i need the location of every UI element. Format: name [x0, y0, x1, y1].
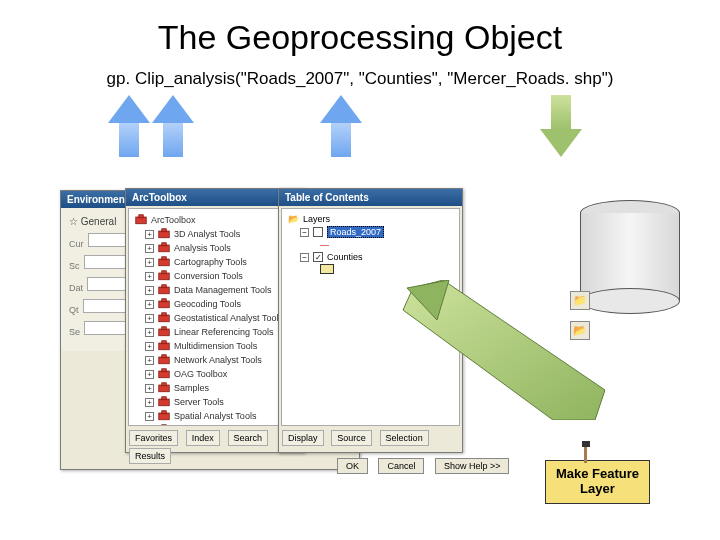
- plus-icon[interactable]: +: [145, 328, 154, 337]
- toolbox-item-14[interactable]: +Spatial Statistics Tools: [143, 423, 297, 426]
- toolbox-item-label: Spatial Statistics Tools: [174, 425, 263, 426]
- toolbox-item-13[interactable]: +Spatial Analyst Tools: [143, 409, 297, 423]
- layer1-checkbox[interactable]: ✓: [313, 252, 323, 262]
- toolbox-icon: [158, 242, 170, 254]
- toc-title: Table of Contents: [279, 189, 462, 206]
- tab-display[interactable]: Display: [282, 430, 324, 446]
- plus-icon[interactable]: +: [145, 398, 154, 407]
- toolbox-item-5[interactable]: +Geocoding Tools: [143, 297, 297, 311]
- toolbox-item-3[interactable]: +Conversion Tools: [143, 269, 297, 283]
- expand-minus-icon[interactable]: −: [300, 228, 309, 237]
- toolbox-icon: [158, 298, 170, 310]
- svg-rect-7: [162, 257, 167, 260]
- tab-index[interactable]: Index: [186, 430, 220, 446]
- plus-icon[interactable]: +: [145, 356, 154, 365]
- svg-rect-25: [162, 383, 167, 386]
- show-help-button[interactable]: Show Help >>: [435, 458, 510, 474]
- arrow-counties-up: [320, 95, 362, 157]
- toolbox-root[interactable]: ArcToolbox: [133, 213, 297, 227]
- plus-icon[interactable]: +: [145, 426, 154, 427]
- tab-source[interactable]: Source: [331, 430, 372, 446]
- toc-layers-root[interactable]: 📂 Layers: [286, 213, 455, 225]
- tab-selection[interactable]: Selection: [380, 430, 429, 446]
- svg-rect-3: [162, 229, 167, 232]
- toolbox-icon: [158, 256, 170, 268]
- toolbox-root-icon: [135, 214, 147, 226]
- toc-layers-label: Layers: [303, 214, 330, 224]
- toolbox-item-9[interactable]: +Network Analyst Tools: [143, 353, 297, 367]
- mfl-line2: Layer: [580, 481, 615, 496]
- toolbox-item-1[interactable]: +Analysis Tools: [143, 241, 297, 255]
- layer0-label: Roads_2007: [327, 226, 384, 238]
- plus-icon[interactable]: +: [145, 300, 154, 309]
- toolbox-item-6[interactable]: +Geostatistical Analyst Tools: [143, 311, 297, 325]
- toolbox-item-label: Analysis Tools: [174, 243, 231, 253]
- toc-layer-1[interactable]: − ✓ Counties: [298, 251, 455, 263]
- toc-tabs: Display Source Selection: [279, 428, 462, 446]
- tab-favorites[interactable]: Favorites: [129, 430, 178, 446]
- code-snippet: gp. Clip_analysis("Roads_2007", "Countie…: [0, 65, 720, 95]
- plus-icon[interactable]: +: [145, 286, 154, 295]
- plus-icon[interactable]: +: [145, 370, 154, 379]
- toolbox-item-2[interactable]: +Cartography Tools: [143, 255, 297, 269]
- polygon-swatch-icon: [320, 264, 334, 274]
- toolbox-item-8[interactable]: +Multidimension Tools: [143, 339, 297, 353]
- plus-icon[interactable]: +: [145, 244, 154, 253]
- layer1-label: Counties: [327, 252, 363, 262]
- svg-rect-13: [162, 299, 167, 302]
- svg-rect-1: [139, 215, 144, 218]
- toolbox-icon: [158, 312, 170, 324]
- plus-icon[interactable]: +: [145, 230, 154, 239]
- arrow-gp-up: [108, 95, 150, 157]
- svg-rect-5: [162, 243, 167, 246]
- toolbox-icon: [158, 284, 170, 296]
- tab-search[interactable]: Search: [228, 430, 269, 446]
- toolbox-item-11[interactable]: +Samples: [143, 381, 297, 395]
- plus-icon[interactable]: +: [145, 384, 154, 393]
- svg-rect-15: [162, 313, 167, 316]
- toolbox-icon: [158, 340, 170, 352]
- toolbox-icon: [158, 424, 170, 426]
- plus-icon[interactable]: +: [145, 272, 154, 281]
- plus-icon[interactable]: +: [145, 314, 154, 323]
- toolbox-item-12[interactable]: +Server Tools: [143, 395, 297, 409]
- svg-rect-34: [582, 441, 590, 447]
- toolbox-icon: [158, 410, 170, 422]
- toc-window: Table of Contents 📂 Layers − Roads_2007 …: [278, 188, 463, 453]
- toolbox-icon: [158, 382, 170, 394]
- add-button-icon[interactable]: 📂: [570, 320, 590, 340]
- toolbox-item-0[interactable]: +3D Analyst Tools: [143, 227, 297, 241]
- svg-rect-17: [162, 327, 167, 330]
- plus-icon[interactable]: +: [145, 258, 154, 267]
- plus-icon[interactable]: +: [145, 342, 154, 351]
- toolbox-item-label: 3D Analyst Tools: [174, 229, 240, 239]
- arrow-area: [0, 95, 720, 165]
- toolbox-item-10[interactable]: +OAG Toolbox: [143, 367, 297, 381]
- layers-folder-icon: 📂: [288, 214, 299, 224]
- ok-button[interactable]: OK: [337, 458, 368, 474]
- toolbox-item-label: Cartography Tools: [174, 257, 247, 267]
- env-buttons: OK Cancel Show Help >>: [330, 451, 516, 478]
- tab-results[interactable]: Results: [129, 448, 171, 464]
- toolbox-item-label: Geocoding Tools: [174, 299, 241, 309]
- hammer-icon: [576, 441, 596, 465]
- layer0-checkbox[interactable]: [313, 227, 323, 237]
- toolbox-item-label: Spatial Analyst Tools: [174, 411, 256, 421]
- toolbox-icon: [158, 270, 170, 282]
- toolbox-item-4[interactable]: +Data Management Tools: [143, 283, 297, 297]
- svg-rect-21: [162, 355, 167, 358]
- toolbox-item-7[interactable]: +Linear Referencing Tools: [143, 325, 297, 339]
- toc-layer-0[interactable]: − Roads_2007: [298, 225, 455, 239]
- expand-minus-icon[interactable]: −: [300, 253, 309, 262]
- svg-rect-19: [162, 341, 167, 344]
- toolbox-icon: [158, 368, 170, 380]
- toc-layer-1-sym: [318, 263, 455, 275]
- toolbox-icon: [158, 396, 170, 408]
- toolbox-item-label: Geostatistical Analyst Tools: [174, 313, 283, 323]
- cancel-button[interactable]: Cancel: [378, 458, 424, 474]
- plus-icon[interactable]: +: [145, 412, 154, 421]
- toolbox-item-label: Samples: [174, 383, 209, 393]
- mfl-line1: Make Feature: [556, 466, 639, 481]
- browse-button-icon[interactable]: 📁: [570, 290, 590, 310]
- page-title: The Geoprocessing Object: [0, 0, 720, 65]
